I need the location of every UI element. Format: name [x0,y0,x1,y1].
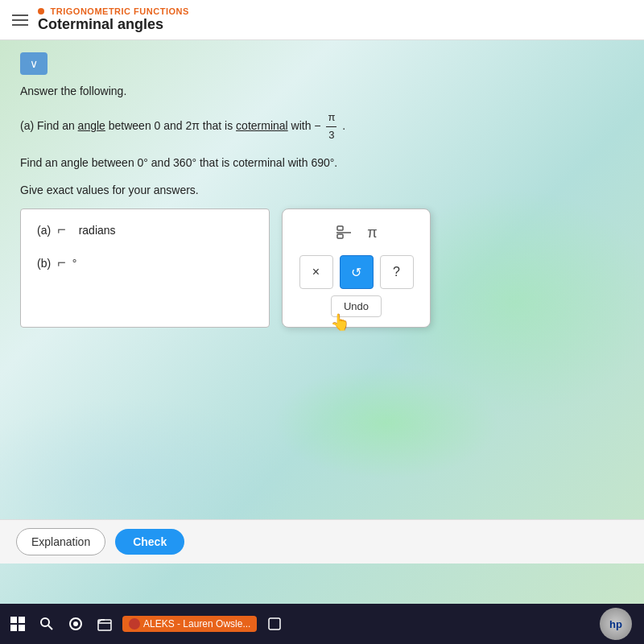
topic-circle [38,8,44,14]
angle-link[interactable]: angle [78,119,105,132]
keyboard-top-row: π [292,219,420,247]
hp-logo: hp [600,608,632,640]
taskbar: ALEKS - Lauren Owsle... hp [0,604,644,644]
fraction-pi-3: π 3 [326,109,336,144]
help-button[interactable]: ? [380,255,414,289]
svg-rect-5 [10,625,17,631]
svg-rect-12 [269,618,280,630]
bottom-bar: Explanation Check [0,519,644,564]
problem-b: Find an angle between 0° and 360° that i… [20,154,624,171]
task-view-button[interactable] [64,613,87,635]
exact-values-note: Give exact values for your answers. [20,181,624,199]
input-bracket-b: ⌐ [57,254,66,271]
check-button[interactable]: Check [115,529,184,555]
input-bracket-a: ⌐ [57,221,66,238]
windows-button[interactable] [6,613,29,635]
search-button[interactable] [35,613,58,635]
topic-label: TRIGONOMETRIC FUNCTIONS [38,6,189,16]
fraction-button[interactable] [332,219,356,247]
coterminal-link[interactable]: coterminal [236,119,288,132]
answer-section: (a) ⌐ radians (b) ⌐ ° [20,208,624,328]
aleks-dot [129,618,140,630]
undo-label-button[interactable]: Undo [331,295,382,317]
hamburger-menu[interactable] [12,14,28,26]
svg-rect-3 [10,617,17,623]
svg-point-10 [73,621,78,626]
multiply-button[interactable]: × [299,255,333,289]
svg-rect-0 [337,226,343,230]
content-area: Answer the following. (a) Find an angle … [0,40,644,340]
aleks-taskbar-item[interactable]: ALEKS - Lauren Owsle... [122,616,257,632]
problem-a: (a) Find an angle between 0 and 2π that … [20,109,624,144]
svg-point-7 [41,618,49,626]
svg-rect-2 [337,234,343,238]
file-explorer-button[interactable] [93,613,116,635]
svg-rect-6 [19,625,25,631]
svg-line-8 [48,625,52,630]
keyboard-action-row: × ↺ ? [292,255,420,289]
svg-rect-4 [19,617,25,623]
undo-button[interactable]: ↺ [340,255,374,289]
answer-row-b: (b) ⌐ ° [37,254,253,271]
top-bar: TRIGONOMETRIC FUNCTIONS Coterminal angle… [0,0,644,40]
answer-box: (a) ⌐ radians (b) ⌐ ° [20,208,270,328]
explanation-button[interactable]: Explanation [16,528,105,555]
answer-row-a: (a) ⌐ radians [37,221,253,238]
unknown-taskbar-item[interactable] [263,613,286,635]
instructions: Answer the following. [20,85,624,97]
keyboard-popup: π × ↺ ? Undo [282,208,431,328]
expand-button[interactable] [20,52,47,75]
page-title: Coterminal angles [38,16,189,33]
pi-button[interactable]: π [364,221,380,245]
